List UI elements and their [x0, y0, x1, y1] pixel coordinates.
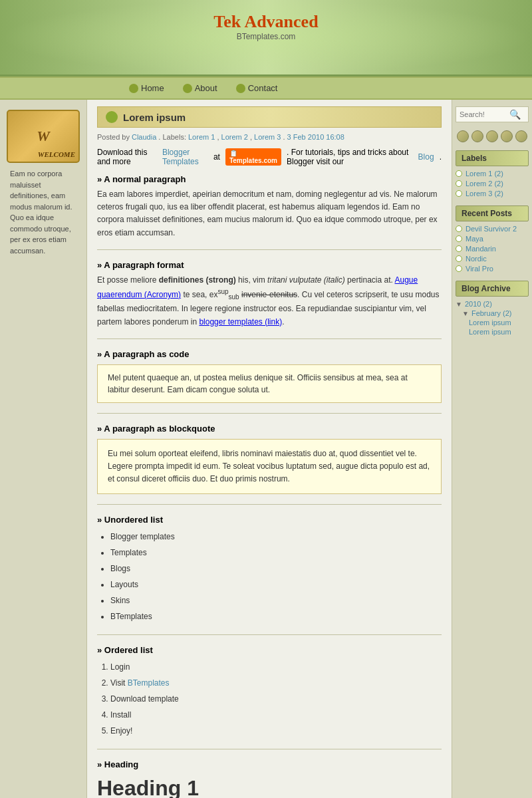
format-para-text: Et posse meliore definitiones (strong) h… [97, 274, 442, 329]
blockquote-block: Eu mei solum oporteat eleifend, libris n… [97, 439, 442, 495]
ordered-heading: » Ordered list [97, 645, 442, 655]
bullet-icon [456, 225, 462, 232]
home-icon [129, 84, 138, 93]
nav-home[interactable]: Home [120, 80, 174, 96]
page-wrapper: W Eam no corpora maluisset definitiones,… [0, 100, 532, 798]
post-header: Lorem ipsum [97, 106, 442, 128]
bullet-icon [456, 235, 462, 242]
label-link[interactable]: Lorem 3 (2) [466, 190, 503, 198]
right-sidebar: 🔍 Labels Lorem 1 (2) Lorem 2 (2) Lorem 3 [452, 100, 532, 798]
unordered-list: Blogger templates Templates Blogs Layout… [110, 529, 442, 624]
normal-para-text: Ea eam labores imperdiet, apeirian democ… [97, 188, 442, 239]
search-box[interactable]: 🔍 [456, 106, 529, 122]
recent-post-link[interactable]: Viral Pro [466, 265, 493, 273]
social-icon-5[interactable] [515, 130, 527, 142]
code-block: Mel putent quaeque an, ut postea melius … [97, 364, 442, 403]
recent-post-link[interactable]: Nordic [466, 255, 487, 263]
author-link[interactable]: Claudia [132, 133, 156, 141]
expand-icon[interactable]: ▼ [462, 310, 469, 317]
site-header: Tek Advanced BTemplates.com [0, 0, 532, 76]
archive-post-link[interactable]: Lorem ipsum [469, 319, 511, 327]
site-title: Tek Advanced [213, 12, 318, 32]
recent-posts-section: Recent Posts Devil Survivor 2 Maya Manda… [456, 205, 529, 273]
recent-post-link[interactable]: Devil Survivor 2 [466, 225, 517, 233]
divider-3 [97, 413, 442, 414]
archive-month: ▼ February (2) [462, 309, 529, 317]
social-icon-3[interactable] [486, 130, 498, 142]
expand-icon[interactable]: ▼ [456, 301, 462, 308]
bullet-icon [456, 170, 462, 177]
about-icon [183, 84, 192, 93]
list-item: Templates [110, 545, 442, 561]
social-icon-2[interactable] [471, 130, 483, 142]
sub-text: sub [229, 293, 239, 301]
label-link-3[interactable]: Lorem 3 [254, 133, 281, 141]
list-item: Skins [110, 593, 442, 608]
recent-post-1: Devil Survivor 2 [456, 225, 529, 233]
list-item: Login [110, 659, 442, 675]
archive-post-1: Lorem ipsum [469, 319, 529, 327]
btemplates-link[interactable]: BTemplates [128, 678, 170, 688]
blog-archive-section: Blog Archive ▼ 2010 (2) ▼ February (2) L… [456, 281, 529, 336]
recent-post-3: Mandarin [456, 245, 529, 253]
sup-text: sup [217, 288, 228, 295]
list-item: Blogs [110, 561, 442, 577]
recent-post-link[interactable]: Maya [466, 235, 483, 243]
archive-month-label[interactable]: February (2) [471, 309, 512, 317]
archive-post-link[interactable]: Lorem ipsum [469, 328, 511, 336]
search-button[interactable]: 🔍 [509, 109, 521, 120]
unordered-heading: » Unordered list [97, 515, 442, 525]
list-item: BTemplates [110, 608, 442, 624]
welcome-text: Eam no corpora maluisset definitiones, e… [7, 168, 80, 256]
welcome-image: W [7, 110, 80, 163]
bullet-icon [456, 245, 462, 252]
normal-para-heading: » A normal paragraph [97, 174, 442, 184]
label-item-2: Lorem 2 (2) [456, 180, 529, 188]
label-item-3: Lorem 3 (2) [456, 190, 529, 198]
templates-logo: 📋 Templates.com [225, 148, 281, 166]
label-link-2[interactable]: Lorem 2 [221, 133, 248, 141]
contact-icon [236, 84, 245, 93]
divider-6 [97, 749, 442, 749]
download-text: Download this and more [97, 148, 157, 166]
divider-1 [97, 249, 442, 250]
divider-2 [97, 338, 442, 339]
list-item: Install [110, 707, 442, 723]
blockquote-heading: » A paragraph as blockquote [97, 424, 442, 434]
archive-year-label[interactable]: 2010 (2) [465, 300, 492, 308]
labels-section: Labels Lorem 1 (2) Lorem 2 (2) Lorem 3 (… [456, 150, 529, 198]
blogger-link2[interactable]: blogger templates (link) [199, 317, 282, 327]
blogger-templates-link[interactable]: Blogger Templates [162, 148, 208, 166]
bullet-icon [456, 190, 462, 197]
labels-title: Labels [456, 150, 529, 166]
list-item: Visit BTemplates [110, 675, 442, 691]
post-title: Lorem ipsum [123, 112, 186, 123]
list-item: Layouts [110, 577, 442, 593]
social-icon-1[interactable] [457, 130, 469, 142]
main-content: Lorem ipsum Posted by Claudia . Labels: … [86, 100, 452, 798]
list-item: Download template [110, 691, 442, 707]
recent-posts-title: Recent Posts [456, 205, 529, 221]
recent-post-link[interactable]: Mandarin [466, 245, 496, 253]
recent-post-4: Nordic [456, 255, 529, 263]
divider-4 [97, 504, 442, 505]
social-icon-4[interactable] [501, 130, 513, 142]
date-link[interactable]: 3 Feb 2010 [287, 133, 325, 141]
strong-text: definitiones (strong) [159, 275, 236, 285]
nav-contact[interactable]: Contact [227, 80, 287, 96]
label-link[interactable]: Lorem 2 (2) [466, 180, 503, 188]
archive-year: ▼ 2010 (2) [456, 300, 529, 308]
blog-link[interactable]: Blog [418, 152, 434, 162]
blog-archive-title: Blog Archive [456, 281, 529, 297]
heading-1: Heading 1 [97, 776, 442, 798]
welcome-box: W Eam no corpora maluisset definitiones,… [3, 106, 83, 259]
recent-post-5: Viral Pro [456, 265, 529, 273]
site-subtitle: BTemplates.com [213, 32, 318, 41]
post-meta: Posted by Claudia . Labels: Lorem 1 , Lo… [97, 133, 442, 141]
search-input[interactable] [460, 110, 509, 118]
label-link[interactable]: Lorem 1 (2) [466, 170, 503, 178]
site-title-block: Tek Advanced BTemplates.com [213, 12, 318, 41]
nav-about[interactable]: About [174, 80, 227, 96]
label-link-1[interactable]: Lorem 1 [188, 133, 215, 141]
time-link[interactable]: 16:08 [326, 133, 344, 141]
